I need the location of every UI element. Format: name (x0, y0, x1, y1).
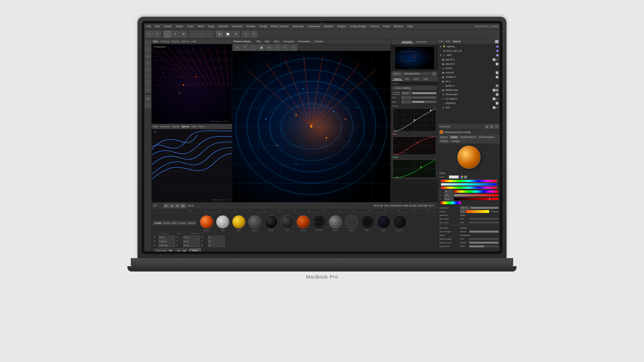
pv-channel-g[interactable]: G (282, 44, 289, 51)
mat-ball-light[interactable] (216, 215, 229, 229)
vt-view[interactable]: View (153, 40, 158, 43)
menu-snap[interactable]: Snap (207, 25, 215, 28)
mat-item-detail[interactable]: detail (328, 215, 343, 231)
nav-tab-histogram[interactable]: Histogram (415, 41, 428, 43)
gradient-preview[interactable] (466, 210, 489, 213)
vt2-view[interactable]: View (153, 125, 158, 128)
red-curve-area[interactable]: 0.8 0.6 0.4 0.6 1.6 (392, 136, 436, 155)
pv-corona[interactable]: Corona (313, 40, 324, 43)
vt-filter[interactable]: Filter (192, 40, 197, 43)
mat-item-plates[interactable]: plates (344, 215, 359, 231)
obj-edit[interactable]: Edit (446, 40, 450, 43)
pv-file[interactable]: File (255, 40, 262, 43)
obj-shot-cam[interactable]: 📷 Shot_Cam_01 (438, 49, 500, 53)
menu-window[interactable]: Window (393, 25, 404, 28)
zoom-input[interactable] (392, 72, 402, 76)
mat-function-tab[interactable]: Function (177, 222, 186, 224)
color-swatch[interactable] (449, 175, 459, 179)
mat-ball-structur[interactable] (200, 215, 213, 229)
mat-texture-tab[interactable]: Texture (187, 222, 195, 224)
x-axis-btn[interactable]: X (190, 31, 197, 38)
mt-reflectance[interactable]: Reflectance (460, 135, 478, 139)
mt-editor[interactable]: Editor (439, 139, 449, 143)
pv-compare[interactable]: Compare (282, 40, 295, 43)
z-axis-btn[interactable]: Z (206, 31, 213, 38)
obj-lighting[interactable]: ▼ 💡 Lighting (438, 44, 500, 49)
color-circle-btn[interactable] (460, 175, 463, 179)
mat-corona-tab[interactable]: Corona (163, 222, 170, 224)
x-size-input[interactable] (183, 236, 200, 239)
go-start-btn[interactable]: ⏮ (163, 203, 169, 208)
move-btn[interactable]: ✛ (172, 31, 179, 38)
menu-help[interactable]: Help (406, 25, 414, 28)
mat-item-structur[interactable]: structur (199, 215, 214, 231)
vt2-cameras[interactable]: Cameras (160, 125, 169, 128)
color-grid[interactable] (441, 201, 461, 204)
menu-mograph[interactable]: MoGraph (292, 25, 305, 28)
menu-create[interactable]: Create (163, 25, 173, 28)
mat-ball-rods[interactable] (280, 215, 294, 229)
me-mode[interactable]: Mode (439, 125, 445, 128)
layer-btn[interactable]: ▣ (145, 95, 151, 101)
obj-file[interactable]: File (439, 40, 443, 43)
min-input[interactable] (401, 96, 412, 99)
vt-display[interactable]: Display (171, 40, 179, 43)
mat-item-light[interactable]: Light (215, 215, 230, 231)
obj-search-icon[interactable]: 🔍 (495, 40, 498, 43)
brush-tool[interactable]: ✏ (145, 86, 151, 93)
ht-info[interactable]: Info (404, 78, 411, 80)
me-edit[interactable]: Edit (446, 125, 450, 128)
pv-channel-all[interactable]: ALL (266, 44, 273, 51)
render-settings-btn[interactable]: ⚙ (232, 31, 239, 38)
mat-item-simples[interactable]: simple_s (392, 215, 407, 231)
blur-offset-slider[interactable] (469, 218, 498, 220)
obj-cloner[interactable]: ⊕ Cloner.dots (438, 92, 500, 97)
mat-item-black[interactable]: black (264, 215, 278, 231)
mt-basic[interactable]: Basic (439, 135, 449, 139)
mat-item-mass2[interactable]: mass.2 (248, 215, 262, 231)
step-back-btn[interactable]: ◀ (169, 203, 174, 208)
vt2-pane[interactable]: Pane (199, 125, 204, 128)
camera-btn[interactable]: 📷 (250, 31, 258, 38)
ht-history[interactable]: History (392, 78, 402, 80)
menu-file[interactable]: File (146, 25, 152, 28)
render-btn[interactable]: ▶ (216, 31, 223, 38)
mat-ball-space[interactable] (377, 215, 390, 229)
3d-viewport-bg[interactable] (152, 44, 232, 124)
redo-btn[interactable]: ↪ (154, 31, 161, 38)
render-region-btn[interactable]: ⬜ (224, 31, 231, 38)
main-curve-area[interactable]: 0.8 0.6 0.4 0.4 0.6 0.8 (392, 108, 436, 132)
mat-ball-simples[interactable] (393, 215, 407, 229)
mat-ball-detail[interactable] (329, 215, 342, 229)
mt-color[interactable]: Color (449, 135, 459, 139)
s-input[interactable] (444, 194, 453, 197)
polygon-tool[interactable]: ▲ (145, 60, 151, 66)
me-next-btn[interactable]: ▶ (490, 125, 494, 129)
zoom-reset-btn[interactable]: ⊡ (432, 72, 436, 76)
mat-item-structur2[interactable]: structur (296, 215, 311, 231)
obj-sphere3[interactable]: ○ sphere.3 (438, 83, 500, 88)
rotate-tool[interactable]: ⟳ (145, 46, 151, 52)
ht-layer[interactable]: Layer (412, 78, 420, 80)
pv-edit[interactable]: Edit (264, 40, 270, 43)
pv-channel-r[interactable]: R (274, 44, 281, 51)
pv-view[interactable]: View (272, 40, 280, 43)
pv-zoom-in[interactable]: + (241, 44, 249, 51)
grading-intensity-slider[interactable] (412, 92, 436, 94)
menu-sculpt[interactable]: Sculpt (259, 25, 268, 28)
val-spectrum-bar[interactable] (441, 186, 497, 189)
object-rel-select[interactable]: Object (Rel) (154, 248, 173, 252)
mat-ball-plates[interactable] (345, 215, 358, 229)
menu-select[interactable]: Select (175, 25, 184, 28)
nav-tab-navigator[interactable]: Navigator (401, 41, 414, 43)
vt2-filter[interactable]: Filter (192, 125, 197, 128)
vt2-options[interactable]: Options (181, 125, 189, 128)
mat-ball-gold[interactable] (232, 215, 246, 229)
mt-illumination[interactable]: Illumination (478, 135, 495, 139)
pv-zoom-out[interactable]: - (250, 44, 257, 51)
x-pos-input[interactable] (158, 236, 175, 239)
color-picker-btn[interactable] (464, 175, 467, 179)
mat-create-tab[interactable]: Create (154, 222, 161, 224)
point-tool[interactable]: • (145, 73, 151, 79)
mat-ball-mass2[interactable] (248, 215, 262, 229)
